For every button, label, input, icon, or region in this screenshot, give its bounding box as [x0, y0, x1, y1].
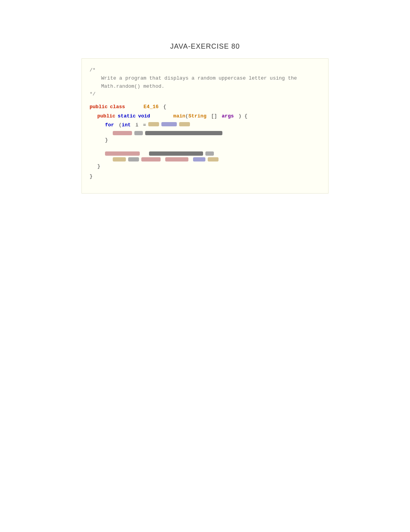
- blurred-line-3: [105, 151, 317, 156]
- for-close-brace: }: [105, 135, 317, 145]
- blurred-chunk-5: [149, 151, 203, 156]
- keyword-static: static: [118, 112, 136, 121]
- paren-close-brace: ) {: [239, 112, 247, 121]
- keyword-public: public: [90, 102, 108, 111]
- class-name: E4_16: [144, 102, 159, 111]
- keyword-class: class: [110, 102, 125, 111]
- page-title: JAVA-EXERCISE 80: [0, 0, 410, 58]
- page-wrapper: JAVA-EXERCISE 80 /* Write a program that…: [0, 0, 410, 194]
- blurred-chunk-4: [105, 151, 140, 156]
- blurred-chunk-3: [145, 131, 222, 135]
- method-declaration: public static void main ( String [] args…: [97, 112, 317, 121]
- comment-text-1: Write a program that displays a random u…: [101, 75, 317, 83]
- comment-block: /* Write a program that displays a rando…: [90, 66, 317, 99]
- blurred-value-1: [148, 122, 159, 126]
- blurred-line-4: [113, 157, 317, 161]
- param-type: String: [188, 112, 207, 121]
- method-close-brace: }: [97, 161, 317, 172]
- blurred-value-3: [179, 122, 190, 126]
- blurred-chunk-2: [134, 131, 143, 135]
- var-i: i: [136, 121, 139, 129]
- comment-open: /*: [90, 66, 317, 75]
- for-loop-line: for ( int i =: [105, 121, 317, 129]
- blurred-chunk-7: [113, 157, 126, 161]
- code-container: /* Write a program that displays a rando…: [81, 58, 329, 194]
- paren-open: (: [185, 112, 188, 121]
- comment-text-2: Math.random() method.: [101, 83, 317, 91]
- blurred-chunk-9: [141, 157, 161, 161]
- type-int: int: [122, 121, 130, 129]
- equals: =: [143, 121, 146, 129]
- blurred-line-2: [113, 131, 317, 135]
- comment-close: */: [90, 90, 317, 99]
- blurred-chunk-6: [205, 151, 214, 156]
- blank-line-1: [90, 145, 317, 151]
- keyword-for: for: [105, 121, 114, 129]
- bracket: []: [211, 112, 217, 121]
- keyword-void: void: [138, 112, 150, 121]
- for-paren-open: (: [119, 121, 122, 129]
- method-name: main: [173, 112, 185, 121]
- blurred-value-2: [161, 122, 177, 126]
- blurred-chunk-8: [128, 157, 139, 161]
- class-declaration: public class E4_16 {: [90, 102, 317, 111]
- param-name: args: [222, 112, 234, 121]
- keyword-public2: public: [97, 112, 115, 121]
- blurred-chunk-12: [208, 157, 219, 161]
- blurred-chunk-10: [165, 157, 188, 161]
- blurred-chunk-1: [113, 131, 132, 135]
- class-open-brace: {: [163, 102, 166, 111]
- class-close-brace: }: [90, 172, 317, 182]
- blurred-chunk-11: [193, 157, 205, 161]
